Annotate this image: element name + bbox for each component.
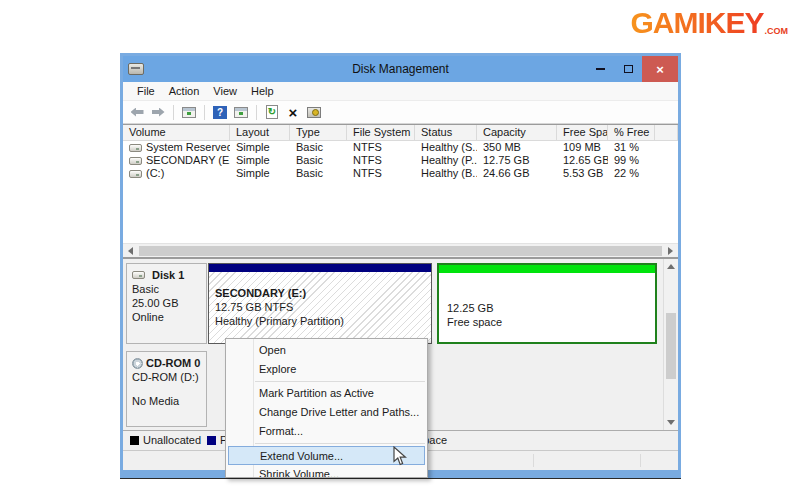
column-header-status[interactable]: Status [415,125,477,140]
legend-label: Unallocated [143,434,201,446]
horizontal-scrollbar [123,243,678,257]
menu-item-open[interactable]: Open [226,341,427,360]
column-header-volume[interactable]: Volume [123,125,230,140]
column-header-percent-free[interactable]: % Free [608,125,655,140]
back-button[interactable] [128,103,146,121]
menu-help[interactable]: Help [244,85,281,97]
cell-layout: Simple [230,154,290,167]
menu-item-mark-partition-active[interactable]: Mark Partition as Active [226,384,427,403]
drive-icon [129,157,142,165]
column-header-filler [655,125,678,140]
action-pane-window-icon [234,107,248,118]
primary-partition-strip [209,264,431,272]
primary-partition-swatch-icon [207,436,216,445]
delete-button[interactable]: × [284,103,302,121]
table-row-c-drive[interactable]: (C:) Simple Basic NTFS Healthy (B... 24.… [123,167,678,180]
close-icon: × [656,62,664,77]
cdrom0-info-panel[interactable]: CD-ROM 0 CD-ROM (D:) No Media [126,351,207,427]
minimize-icon [596,68,605,70]
hard-disk-icon [132,271,145,279]
cell-free-space: 109 MB [557,141,608,154]
disk1-name: Disk 1 [152,268,184,282]
cell-type: Basic [290,167,347,180]
column-header-capacity[interactable]: Capacity [477,125,557,140]
properties-button[interactable] [305,103,323,121]
cell-layout: Simple [230,141,290,154]
vertical-scrollbar-thumb[interactable] [666,313,676,379]
scroll-up-icon [667,264,675,269]
forward-arrow-icon [152,108,165,117]
show-console-tree-button[interactable] [180,103,198,121]
column-header-type[interactable]: Type [290,125,347,140]
toolbar: ? ↻ × [123,101,678,124]
cell-capacity: 12.75 GB [477,154,557,167]
refresh-icon: ↻ [266,105,278,119]
scroll-up-button[interactable] [664,259,678,274]
partition-name: SECONDARY (E:) [215,286,344,300]
disk-properties-icon [307,107,321,118]
help-icon: ? [213,106,227,119]
free-space-label: Free space [447,315,502,329]
menu-bar: File Action View Help [123,82,678,101]
column-header-free-space[interactable]: Free Spa... [557,125,608,140]
menu-item-change-drive-letter[interactable]: Change Drive Letter and Paths... [226,403,427,422]
back-arrow-icon [131,108,144,117]
cell-type: Basic [290,141,347,154]
menu-file[interactable]: File [130,85,162,97]
drive-icon [129,170,142,178]
legend-unallocated: Unallocated [130,434,201,446]
menu-action[interactable]: Action [162,85,207,97]
minimize-button[interactable] [586,56,614,82]
partition-detail: 12.75 GB NTFS [215,300,344,314]
vertical-scrollbar [663,259,678,430]
cell-capacity: 24.66 GB [477,167,557,180]
cd-rom-icon [132,358,143,369]
scroll-left-button[interactable] [123,244,138,257]
column-header-file-system[interactable]: File System [347,125,415,140]
cell-layout: Simple [230,167,290,180]
gamikey-logo-tld: .COM [765,26,789,38]
refresh-button[interactable]: ↻ [263,103,281,121]
cell-file-system: NTFS [347,167,415,180]
maximize-button[interactable] [614,56,642,82]
toolbar-separator [173,105,174,120]
cell-volume: (C:) [146,167,164,180]
menu-item-format[interactable]: Format... [226,422,427,441]
cdrom0-media-status: No Media [132,394,206,408]
cell-volume: System Reserved [146,141,230,154]
scroll-left-icon [128,247,133,255]
disk1-type: Basic [132,282,206,296]
window-controls: × [586,56,678,82]
disk1-info-panel[interactable]: Disk 1 Basic 25.00 GB Online [126,263,207,344]
forward-button[interactable] [149,103,167,121]
column-header-layout[interactable]: Layout [230,125,290,140]
table-row-system-reserved[interactable]: System Reserved Simple Basic NTFS Health… [123,141,678,154]
cell-file-system: NTFS [347,141,415,154]
delete-x-icon: × [289,105,298,120]
menu-item-explore[interactable]: Explore [226,360,427,379]
free-space-size: 12.25 GB [447,301,502,315]
console-window-icon [182,107,196,118]
cell-status: Healthy (B... [415,167,477,180]
show-action-pane-button[interactable] [232,103,250,121]
cell-status: Healthy (S... [415,141,477,154]
cdrom0-name: CD-ROM 0 [146,356,200,370]
cell-percent-free: 22 % [608,167,655,180]
table-header-row: Volume Layout Type File System Status Ca… [123,125,678,141]
scroll-right-button[interactable] [663,244,678,257]
scroll-down-button[interactable] [664,415,678,430]
cell-free-space: 5.53 GB [557,167,608,180]
cell-type: Basic [290,154,347,167]
close-button[interactable]: × [642,56,678,82]
secondary-partition-box[interactable]: SECONDARY (E:) 12.75 GB NTFS Healthy (Pr… [208,263,432,344]
menu-view[interactable]: View [206,85,244,97]
free-space-box[interactable]: 12.25 GB Free space [437,263,657,344]
volume-list-view: Volume Layout Type File System Status Ca… [123,124,678,258]
gamikey-logo-text: GAMIKEY [630,8,763,38]
help-button[interactable]: ? [211,103,229,121]
cell-percent-free: 31 % [608,141,655,154]
horizontal-scrollbar-thumb[interactable] [139,246,662,256]
table-row-secondary[interactable]: SECONDARY (E:) Simple Basic NTFS Healthy… [123,154,678,167]
toolbar-separator [204,105,205,120]
cell-file-system: NTFS [347,154,415,167]
